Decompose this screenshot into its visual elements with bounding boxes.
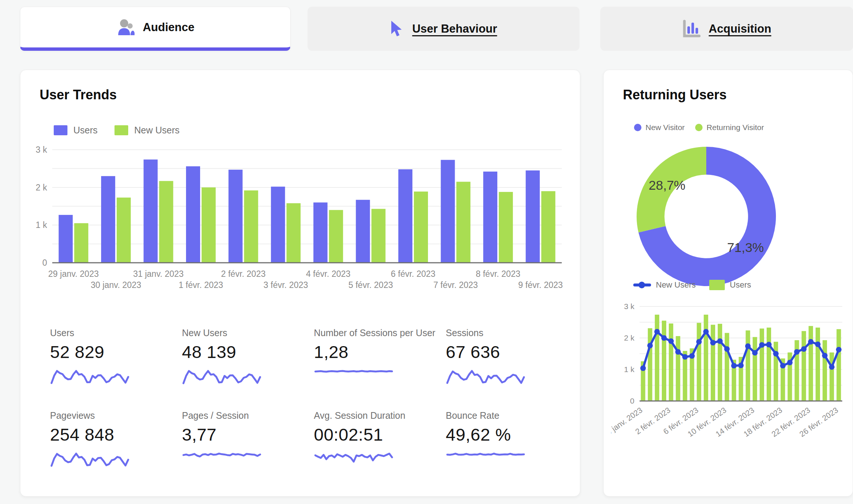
svg-text:31 janv. 2023: 31 janv. 2023 [133,269,183,279]
kpi-users-value: 52 829 [50,342,182,362]
kpi-pages-per-session-label: Pages / Session [182,410,314,421]
svg-text:71,3%: 71,3% [727,240,764,255]
kpi-new-users-label: New Users [182,328,314,338]
svg-text:0: 0 [42,258,47,268]
tab-audience-label: Audience [143,21,195,34]
kpi-pageviews: Pageviews 254 848 [50,410,182,479]
svg-text:2 k: 2 k [624,334,635,342]
users-swatch [54,125,67,135]
combo-chart-area: New Users Users 01 k2 k3 k29 janv. 20232… [604,278,853,497]
audience-icon [116,19,135,36]
kpi-sessions-per-user: Number of Sessions per User 1,28 [314,328,446,396]
kpi-users-sparkline [50,369,130,396]
kpi-sessions-per-user-label: Number of Sessions per User [314,328,446,338]
kpi-bounce-rate-value: 49,62 % [446,424,578,445]
legend-combo-users-label: Users [730,280,751,290]
new-users-line-marker-dot [638,282,645,288]
kpi-pages-per-session-value: 3,77 [182,424,314,445]
kpi-pageviews-value: 254 848 [50,424,182,445]
kpi-pages-per-session: Pages / Session 3,77 [182,410,314,479]
kpi-bounce-rate: Bounce Rate 49,62 % [446,410,578,479]
tab-acquisition-label: Acquisition [709,22,771,36]
combo-legend: New Users Users [633,280,751,290]
kpi-new-users-value: 48 139 [182,342,314,362]
kpi-new-users: New Users 48 139 [182,328,314,396]
kpi-avg-session-duration-label: Avg. Session Duration [314,410,446,421]
kpi-avg-session-duration-sparkline [314,451,394,479]
svg-text:2 k: 2 k [36,183,47,192]
svg-text:6 févr. 2023: 6 févr. 2023 [391,269,435,279]
legend-item-combo-users[interactable]: Users [709,280,751,290]
svg-text:4 févr. 2023: 4 févr. 2023 [306,269,351,279]
main-chart-legend: Users New Users [54,125,180,136]
legend-item-combo-new-users[interactable]: New Users [633,280,696,290]
svg-text:2 févr. 2023: 2 févr. 2023 [221,269,266,279]
kpi-pageviews-label: Pageviews [50,410,182,421]
kpi-avg-session-duration: Avg. Session Duration 00:02:51 [314,410,446,479]
kpi-sessions-label: Sessions [446,328,578,338]
new-users-line-marker [633,284,651,286]
kpi-sessions: Sessions 67 636 [446,328,578,396]
kpi-sessions-per-user-value: 1,28 [314,342,446,362]
svg-text:7 févr. 2023: 7 févr. 2023 [433,280,478,290]
new-users-swatch [114,125,128,135]
kpi-pages-per-session-sparkline [182,451,262,479]
legend-item-returning-visitor[interactable]: Returning Visitor [695,123,764,132]
user-trends-title: User Trends [40,87,117,103]
legend-users-label: Users [73,125,97,136]
svg-text:0: 0 [630,397,634,405]
svg-text:1 k: 1 k [36,220,47,230]
kpi-new-users-sparkline [182,369,262,396]
legend-returning-visitor-label: Returning Visitor [707,123,764,132]
returning-users-donut-chart[interactable]: 71,3%28,7% [604,144,853,292]
svg-text:1 k: 1 k [624,365,635,374]
tab-user-behaviour[interactable]: User Behaviour [308,7,580,51]
kpi-bounce-rate-label: Bounce Rate [446,410,578,421]
user-trends-bar-chart[interactable]: 01 k2 k3 k29 janv. 202330 janv. 202331 j… [35,139,565,309]
kpi-sessions-per-user-sparkline [314,369,394,396]
kpi-users-label: Users [50,328,182,338]
donut-legend: New Visitor Returning Visitor [634,123,764,132]
legend-item-new-visitor[interactable]: New Visitor [634,123,685,132]
kpi-users: Users 52 829 [50,328,182,396]
legend-item-new-users[interactable]: New Users [114,125,179,136]
cursor-icon [390,20,405,38]
combo-users-swatch [709,280,725,290]
svg-text:3 févr. 2023: 3 févr. 2023 [263,280,308,290]
svg-text:28,7%: 28,7% [648,178,685,192]
returning-users-combo-chart[interactable]: 01 k2 k3 k29 janv. 20232 févr. 20236 fév… [611,291,846,469]
bar-chart-icon [682,20,701,38]
legend-combo-new-users-label: New Users [656,280,696,290]
tab-audience[interactable]: Audience [20,7,291,51]
new-visitor-dot [634,124,641,131]
tab-acquisition[interactable]: Acquisition [600,7,853,51]
svg-text:5 févr. 2023: 5 févr. 2023 [348,280,393,290]
svg-text:3 k: 3 k [36,145,47,155]
kpi-grid: Users 52 829 New Users 48 139 Number of … [50,328,578,479]
legend-item-users[interactable]: Users [54,125,97,136]
tab-user-behaviour-label: User Behaviour [412,22,497,36]
kpi-pageviews-sparkline [50,451,130,479]
returning-users-panel: Returning Users New Visitor Returning Vi… [603,70,853,497]
legend-new-visitor-label: New Visitor [645,123,685,132]
legend-new-users-label: New Users [134,125,179,136]
svg-text:9 févr. 2023: 9 févr. 2023 [518,280,563,290]
svg-text:29 janv. 2023: 29 janv. 2023 [48,269,99,279]
svg-text:30 janv. 2023: 30 janv. 2023 [91,280,141,290]
returning-visitor-dot [695,124,703,131]
svg-text:3 k: 3 k [624,302,635,311]
kpi-sessions-value: 67 636 [446,342,578,362]
returning-users-title: Returning Users [623,87,727,103]
kpi-sessions-sparkline [446,369,525,396]
user-trends-panel: User Trends Users New Users 01 k2 k3 k29… [20,70,580,497]
svg-text:1 févr. 2023: 1 févr. 2023 [179,280,223,290]
svg-text:8 févr. 2023: 8 févr. 2023 [476,269,520,279]
kpi-avg-session-duration-value: 00:02:51 [314,424,446,445]
kpi-bounce-rate-sparkline [446,451,525,479]
